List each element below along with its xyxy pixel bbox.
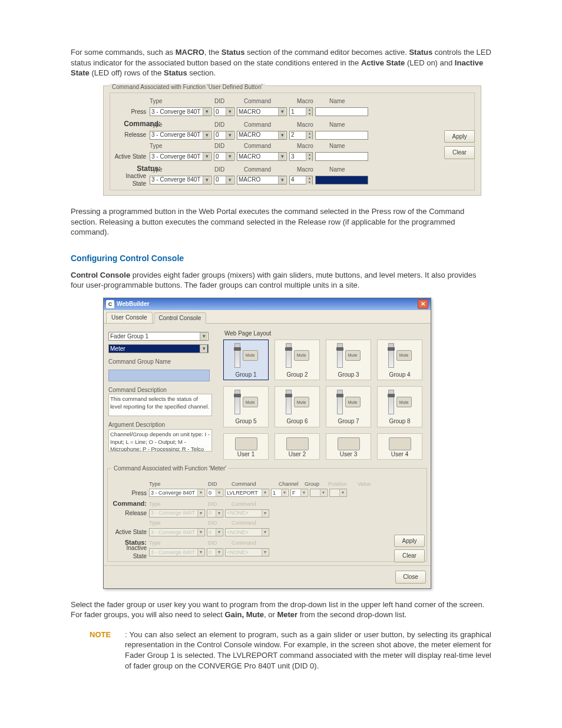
command-section-label: Command: <box>111 499 149 508</box>
active-state-label: Active State <box>111 528 149 536</box>
type-dropdown: 3 - Converge 840T <box>149 548 205 556</box>
paragraph-2: Pressing a programmed button in the Web … <box>71 206 491 238</box>
active-state-label: Active State <box>114 153 150 161</box>
value-dropdown <box>329 489 347 497</box>
user-thumb-3[interactable]: User 3 <box>326 433 371 460</box>
group-thumb-7[interactable]: MuteGroup 7 <box>326 386 371 427</box>
position-dropdown <box>310 489 328 497</box>
did-dropdown[interactable]: 0 <box>214 176 234 185</box>
name-field[interactable] <box>315 176 368 185</box>
name-field[interactable] <box>315 152 368 161</box>
tab-control-console[interactable]: Control Console <box>154 312 207 324</box>
apply-button[interactable]: Apply <box>394 535 425 548</box>
section-heading: Configuring Control Console <box>71 253 491 264</box>
did-dropdown[interactable]: 0 <box>214 152 234 161</box>
app-icon: C <box>106 300 114 308</box>
fieldset-legend: Command Associated with Function 'Meter' <box>111 465 229 472</box>
user-thumb-1[interactable]: User 1 <box>223 433 269 460</box>
group-thumb-4[interactable]: MuteGroup 4 <box>377 340 422 381</box>
press-label: Press <box>111 489 149 498</box>
window-title: WebBuilder <box>117 300 149 308</box>
press-label: Press <box>114 108 150 116</box>
paragraph-4: Select the fader group or user key you w… <box>71 599 491 620</box>
group-thumb-6[interactable]: MuteGroup 6 <box>275 386 320 427</box>
did-dropdown[interactable]: 0 <box>214 107 234 116</box>
fader-group-dropdown[interactable]: Fader Group 1 <box>108 332 209 341</box>
command-dropdown[interactable]: LVLREPORT <box>225 489 269 497</box>
command-group-name-input[interactable] <box>108 370 210 381</box>
macro-spinner[interactable]: 2 <box>289 131 313 140</box>
close-icon[interactable]: ✕ <box>418 299 428 309</box>
clear-button[interactable]: Clear <box>394 549 425 562</box>
group-dropdown[interactable]: F <box>290 489 308 497</box>
command-dropdown[interactable]: MACRO <box>237 107 287 116</box>
group-thumb-2[interactable]: MuteGroup 2 <box>275 340 320 381</box>
command-fieldset: Command Associated with Function 'Meter'… <box>107 468 427 562</box>
clear-button[interactable]: Clear <box>444 146 475 159</box>
fieldset-legend: Command Associated with Function 'User D… <box>110 84 265 90</box>
macro-spinner[interactable]: 1 <box>289 107 313 116</box>
argument-description-text: Channel/Group depends on unit type: I - … <box>108 429 212 452</box>
type-dropdown: 3 - Converge 840T <box>149 528 205 536</box>
note-block: NOTE : You can also select an element to… <box>90 630 491 671</box>
tab-user-console[interactable]: User Console <box>106 312 153 324</box>
type-dropdown[interactable]: 3 - Converge 840T <box>150 131 211 140</box>
did-dropdown: 0 <box>207 528 223 536</box>
paragraph-1: For some commands, such as MACRO, the St… <box>71 47 491 78</box>
group-thumb-5[interactable]: MuteGroup 5 <box>223 386 269 427</box>
webbuilder-window: C WebBuilder ✕ User Console Control Cons… <box>103 298 431 589</box>
note-label: NOTE <box>90 630 125 671</box>
type-dropdown[interactable]: 3 - Converge 840T <box>150 107 211 116</box>
command-dropdown: <NONE> <box>225 509 269 518</box>
layout-grid: MuteGroup 1 MuteGroup 2 MuteGroup 3 Mute… <box>223 340 426 460</box>
command-description-text: This command selects the status of level… <box>108 394 212 416</box>
release-label: Release <box>111 509 149 518</box>
argument-description-label: Argument Description <box>108 421 223 429</box>
user-thumb-2[interactable]: User 2 <box>275 433 320 460</box>
macro-spinner[interactable]: 3 <box>289 152 313 161</box>
type-dropdown: 3 - Converge 840T <box>149 509 205 518</box>
close-button[interactable]: Close <box>395 571 426 584</box>
did-dropdown: 0 <box>207 509 223 518</box>
channel-dropdown[interactable]: 1 <box>271 489 289 497</box>
group-thumb-1[interactable]: MuteGroup 1 <box>223 340 269 381</box>
macro-spinner[interactable]: 4 <box>289 176 313 185</box>
command-dropdown[interactable]: MACRO <box>237 152 287 161</box>
user-thumb-4[interactable]: User 4 <box>377 433 422 460</box>
type-dropdown[interactable]: 3 - Converge 840T <box>150 176 211 185</box>
did-dropdown[interactable]: 0 <box>214 131 234 140</box>
column-headers: TypeDIDCommandMacroName <box>150 97 471 106</box>
note-body: : You can also select an element to prog… <box>125 630 491 671</box>
release-label: Release <box>114 131 150 139</box>
command-description-label: Command Description <box>108 386 223 394</box>
apply-button[interactable]: Apply <box>444 130 475 143</box>
web-page-layout-label: Web Page Layout <box>224 330 426 338</box>
command-dropdown[interactable]: MACRO <box>237 176 287 185</box>
group-thumb-8[interactable]: MuteGroup 8 <box>377 386 422 427</box>
command-dropdown: <NONE> <box>225 548 269 556</box>
name-field[interactable] <box>315 107 368 116</box>
inactive-state-label: Inactive State <box>114 172 150 188</box>
did-dropdown: 0 <box>207 548 223 556</box>
group-thumb-3[interactable]: MuteGroup 3 <box>326 340 371 381</box>
did-dropdown[interactable]: 0 <box>207 489 223 497</box>
type-dropdown[interactable]: 3 - Converge 840T <box>150 152 211 161</box>
command-dropdown: <NONE> <box>225 528 269 536</box>
command-group-name-label: Command Group Name <box>108 358 223 366</box>
name-field[interactable] <box>315 131 368 140</box>
command-editor-figure: Command Associated with Function 'User D… <box>103 85 481 196</box>
paragraph-3: Control Console provides eight fader gro… <box>71 270 491 291</box>
meter-dropdown[interactable]: Meter <box>108 344 209 353</box>
type-dropdown[interactable]: 3 - Converge 840T <box>149 489 205 497</box>
title-bar[interactable]: C WebBuilder ✕ <box>104 298 431 310</box>
inactive-state-label: Inactive State <box>111 544 149 560</box>
command-dropdown[interactable]: MACRO <box>237 131 287 140</box>
